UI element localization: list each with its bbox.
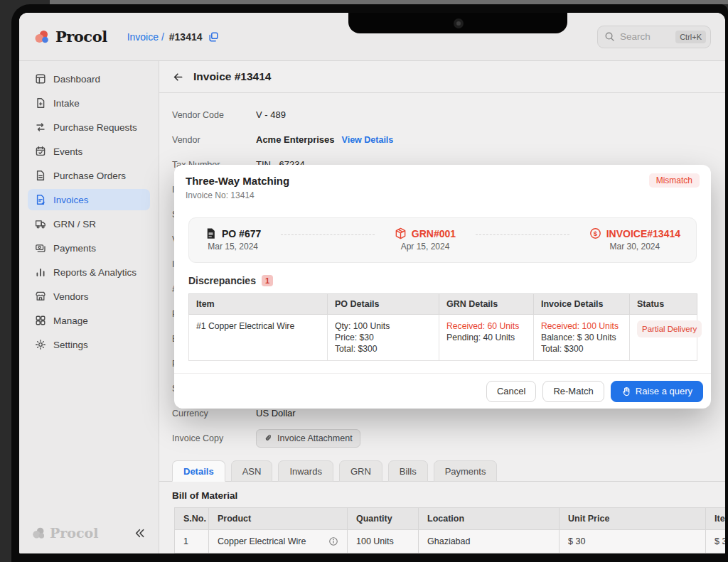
disc-header: GRN Details <box>439 294 534 315</box>
sidebar-item-intake[interactable]: Intake <box>28 92 150 114</box>
bom-header: Quantity <box>348 508 419 530</box>
breadcrumb: Invoice / #13414 <box>127 31 219 43</box>
table-row: #1 Copper Electrical Wire Qty: 100 Units… <box>189 315 697 361</box>
search-shortcut: Ctrl+K <box>675 31 706 43</box>
sidebar-item-purchase-orders[interactable]: Purchase Orders <box>28 165 150 186</box>
bom-sno: 1 <box>175 530 209 553</box>
field-vendor: Vendor Acme Enterprises View Details <box>172 127 725 152</box>
tab-payments[interactable]: Payments <box>434 460 498 482</box>
document-icon <box>205 227 217 239</box>
tab-grn[interactable]: GRN <box>339 460 382 482</box>
procol-logo: Procol <box>34 28 107 45</box>
disc-item: #1 Copper Electrical Wire <box>189 315 328 361</box>
tab-asn[interactable]: ASN <box>231 460 273 482</box>
sidebar-item-events[interactable]: Events <box>28 141 150 162</box>
disc-header: Item <box>189 294 328 315</box>
po-qty: Qty: 100 Units <box>335 320 432 332</box>
storefront-icon <box>35 291 46 302</box>
grn-received: Received: 60 Units <box>446 320 526 332</box>
disc-header: PO Details <box>328 294 439 315</box>
footer-logo-text: Procol <box>50 525 98 541</box>
procol-logo-icon <box>34 29 50 45</box>
discrepancies-header: Discrepancies 1 <box>188 275 697 286</box>
bom-header: Unit Price <box>560 508 706 530</box>
sidebar-item-purchase-requests[interactable]: Purchase Requests <box>28 117 150 138</box>
invoice-received: Received: 100 Units <box>541 320 622 332</box>
breadcrumb-id: #13414 <box>169 31 203 43</box>
bom-header: Product <box>209 508 348 530</box>
breadcrumb-section[interactable]: Invoice / <box>127 31 164 43</box>
sidebar-item-vendors[interactable]: Vendors <box>28 286 150 307</box>
sidebar-item-invoices[interactable]: Invoices <box>28 189 150 210</box>
logo-text: Procol <box>55 28 107 45</box>
view-details-link[interactable]: View Details <box>342 135 394 145</box>
discrepancies-count-badge: 1 <box>262 275 273 286</box>
collapse-sidebar-icon[interactable] <box>134 527 146 539</box>
bill-of-material-table: S.No. Product Quantity Location Unit Pri… <box>174 507 725 553</box>
purchase-orders-icon <box>35 170 46 181</box>
modal-title: Three-Way Matching <box>186 175 700 187</box>
field-value: V - 489 <box>256 109 286 120</box>
flow-node-invoice: $ INVOICE#13414 Mar 30, 2024 <box>589 227 680 252</box>
tab-bills[interactable]: Bills <box>388 460 428 482</box>
search-box[interactable]: Ctrl+K <box>597 26 711 48</box>
invoices-icon <box>35 194 46 205</box>
page-title: Invoice #13414 <box>193 70 271 83</box>
search-icon <box>604 31 615 42</box>
dashboard-icon <box>35 73 46 85</box>
package-icon <box>395 227 407 239</box>
camera-notch <box>348 13 567 33</box>
sidebar-item-grn-sr[interactable]: GRN / SR <box>28 213 150 234</box>
back-arrow-icon[interactable] <box>172 71 184 83</box>
sidebar-item-manage[interactable]: Manage <box>28 310 150 331</box>
sidebar-item-label: Reports & Analytics <box>53 267 136 278</box>
modal-subtitle: Invoice No: 13414 <box>186 190 700 200</box>
field-value: Acme Enterprises <box>256 134 335 145</box>
page-header: Invoice #13414 <box>159 61 725 93</box>
bom-header: S.No. <box>175 508 209 530</box>
sidebar-item-label: Vendors <box>53 291 89 302</box>
flow-label: PO #677 <box>222 228 261 239</box>
disc-status: Partial Delivery <box>630 315 697 361</box>
paperclip-icon <box>264 433 273 443</box>
flow-date: Mar 15, 2024 <box>208 242 258 252</box>
po-total: Total: $300 <box>335 343 432 355</box>
rematch-button[interactable]: Re-Match <box>542 381 604 402</box>
flow-date: Mar 30, 2024 <box>610 242 660 252</box>
tab-details[interactable]: Details <box>172 460 225 482</box>
copy-icon[interactable] <box>208 31 219 43</box>
flow-node-po: PO #677 Mar 15, 2024 <box>205 227 261 252</box>
table-row: 1 Copper Electrical Wire 100 Units Ghazi… <box>175 530 726 553</box>
bom-product: Copper Electrical Wire <box>218 536 306 546</box>
sidebar-item-label: Settings <box>53 340 88 350</box>
raise-query-button[interactable]: Raise a query <box>611 381 703 402</box>
sidebar-item-dashboard[interactable]: Dashboard <box>28 68 150 90</box>
field-vendor-code: Vendor Code V - 489 <box>172 102 725 127</box>
sidebar-item-payments[interactable]: Payments <box>28 237 150 259</box>
info-icon[interactable] <box>328 536 338 546</box>
events-icon <box>35 146 46 157</box>
invoice-attachment-button[interactable]: Invoice Attachment <box>256 429 360 448</box>
search-input[interactable] <box>620 31 670 42</box>
disc-invoice-details: Received: 100 Units Balance: $ 30 Units … <box>534 315 630 361</box>
svg-text:$: $ <box>594 229 598 237</box>
sidebar-item-settings[interactable]: Settings <box>28 334 150 355</box>
camera-dot <box>454 18 464 28</box>
field-label: Currency <box>172 409 256 418</box>
cancel-button[interactable]: Cancel <box>486 381 536 402</box>
bom-header: Item Total <box>706 508 726 530</box>
matching-flow: PO #677 Mar 15, 2024 GRN#001 Apr 15, 202… <box>188 217 697 263</box>
flow-label: GRN#001 <box>412 228 456 239</box>
flow-connector <box>281 234 375 235</box>
truck-icon <box>35 218 46 229</box>
payments-icon <box>35 242 46 254</box>
modal-footer: Cancel Re-Match Raise a query <box>174 373 711 409</box>
flow-node-grn: GRN#001 Apr 15, 2024 <box>395 227 456 252</box>
dollar-circle-icon: $ <box>589 227 601 239</box>
bom-header: Location <box>419 508 560 530</box>
mismatch-badge: Mismatch <box>649 173 700 188</box>
sidebar-item-label: Purchase Requests <box>53 122 137 133</box>
sidebar-item-reports-analytics[interactable]: Reports & Analytics <box>28 261 150 283</box>
tab-inwards[interactable]: Inwards <box>278 460 333 482</box>
field-label: Invoice Copy <box>172 433 256 443</box>
